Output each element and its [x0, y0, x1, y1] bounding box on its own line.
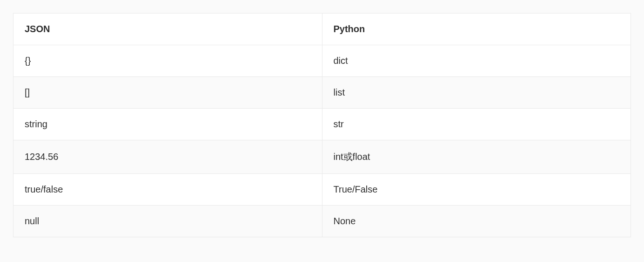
cell-python: int或float: [322, 140, 631, 174]
cell-json: string: [13, 109, 322, 140]
json-python-mapping-table: JSON Python {} dict [] list string str 1…: [13, 13, 631, 237]
cell-json: true/false: [13, 174, 322, 206]
table-row: [] list: [13, 77, 631, 109]
table-row: {} dict: [13, 45, 631, 77]
cell-python: dict: [322, 45, 631, 77]
cell-python: None: [322, 206, 631, 237]
cell-json: {}: [13, 45, 322, 77]
cell-python: list: [322, 77, 631, 109]
table-header-row: JSON Python: [13, 14, 631, 45]
table-row: string str: [13, 109, 631, 140]
table-row: 1234.56 int或float: [13, 140, 631, 174]
header-json: JSON: [13, 14, 322, 45]
cell-json: 1234.56: [13, 140, 322, 174]
table-row: true/false True/False: [13, 174, 631, 206]
table-row: null None: [13, 206, 631, 237]
cell-json: null: [13, 206, 322, 237]
cell-python: True/False: [322, 174, 631, 206]
cell-python: str: [322, 109, 631, 140]
header-python: Python: [322, 14, 631, 45]
cell-json: []: [13, 77, 322, 109]
